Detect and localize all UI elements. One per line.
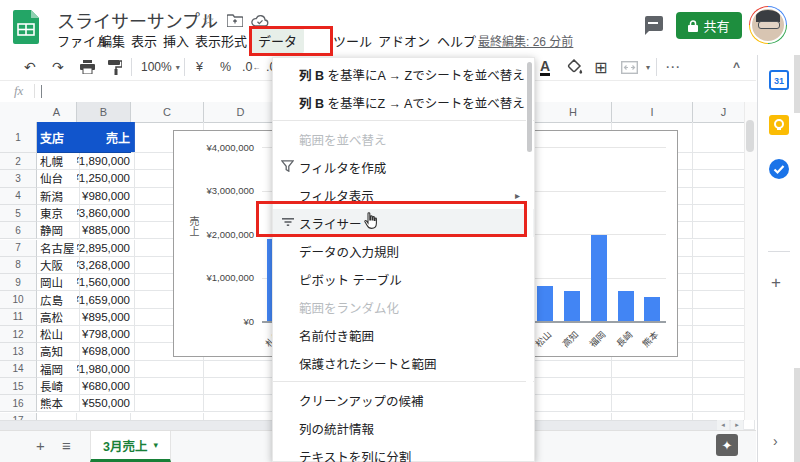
row-header-6[interactable]: 6 [0,222,37,239]
chart-bar-長崎[interactable] [618,291,634,321]
cell-A14[interactable]: 福岡 [37,361,80,378]
merge-options-caret-icon[interactable]: ▾ [646,55,650,79]
row-header-1[interactable]: 1 [0,122,37,153]
cell-B15[interactable]: ¥680,000 [77,378,135,395]
last-edited-link[interactable]: 最終編集: 26 分前 [478,32,573,49]
cell-B6[interactable]: ¥885,000 [77,222,135,239]
comment-history-icon[interactable] [643,16,663,35]
row-header-13[interactable]: 13 [0,343,37,360]
chart-bar-高知[interactable] [564,291,580,321]
menu-scrollbar-thumb[interactable] [527,62,532,152]
column-header-I[interactable]: I [612,102,693,123]
row-header-12[interactable]: 12 [0,326,37,343]
menubar-item-insert[interactable]: 挿入 [163,31,189,50]
print-icon[interactable] [80,55,95,79]
cell-A16[interactable]: 熊本 [37,395,80,412]
tasks-icon[interactable] [769,159,789,179]
menu-item-split-text[interactable]: テキストを列に分割 [273,442,534,462]
cell-I15[interactable] [612,378,693,395]
cell-B4[interactable]: ¥980,000 [77,188,135,205]
cell-A5[interactable]: 東京 [37,205,80,222]
cell-B9[interactable]: ¥1,560,000 [77,274,135,291]
row-header-4[interactable]: 4 [0,188,37,205]
format-currency-button[interactable]: ¥ [196,55,203,79]
menu-item-cleanup-suggestions[interactable]: クリーンアップの候補 [273,386,534,414]
row-header-11[interactable]: 11 [0,309,37,326]
menubar-item-help[interactable]: ヘルプ [437,31,476,50]
cell-B1[interactable]: 売上 [77,122,135,153]
cell-A15[interactable]: 長崎 [37,378,80,395]
cell-C16[interactable] [131,395,204,412]
row-header-10[interactable]: 10 [0,291,37,308]
cell-C14[interactable] [131,361,204,378]
document-title[interactable]: スライサーサンプル [57,7,218,33]
scroll-left-icon[interactable]: ◂ [717,420,729,430]
cell-A7[interactable]: 名古屋 [37,240,80,257]
chart-bar-福岡[interactable] [591,235,607,321]
cell-B3[interactable]: ¥1,250,000 [77,170,135,187]
column-header-B[interactable]: B [77,102,131,123]
column-header-C[interactable]: C [131,102,204,123]
menu-item-protected-sheets[interactable]: 保護されたシートと範囲 [273,349,534,377]
row-header-7[interactable]: 7 [0,240,37,257]
zoom-select[interactable]: 100%▾ [141,55,180,79]
cell-C15[interactable] [131,378,204,395]
explore-button[interactable]: ✦ [716,434,738,456]
cell-B8[interactable]: ¥3,268,000 [77,257,135,274]
column-header-A[interactable]: A [37,102,77,123]
chart-bar-熊本[interactable] [644,297,660,321]
get-addons-icon[interactable]: + [771,273,781,293]
add-sheet-icon[interactable]: + [36,437,45,454]
menu-item-sort-sheet-za[interactable]: 列 B を基準にZ → Aでシートを並べ替え [273,88,534,116]
redo-icon[interactable]: ↷ [52,55,64,79]
collapse-panel-icon[interactable]: › [773,433,778,449]
menubar-item-view[interactable]: 表示 [131,31,157,50]
more-toolbar-icon[interactable]: ⋯ [665,55,680,79]
row-header-16[interactable]: 16 [0,395,37,412]
cell-A4[interactable]: 新潟 [37,188,80,205]
column-header-D[interactable]: D [204,102,278,123]
cell-A6[interactable]: 静岡 [37,222,80,239]
row-header-2[interactable]: 2 [0,153,37,170]
cell-B11[interactable]: ¥895,000 [77,309,135,326]
select-all-corner[interactable] [0,102,39,123]
share-button[interactable]: 共有 [676,12,742,39]
menu-item-pivot-table[interactable]: ピボット テーブル [273,265,534,293]
fill-color-icon[interactable] [567,55,583,79]
row-header-9[interactable]: 9 [0,274,37,291]
cell-I16[interactable] [612,395,693,412]
sheets-logo-icon[interactable] [13,10,39,44]
undo-icon[interactable]: ↶ [24,55,36,79]
format-percent-button[interactable]: % [220,55,231,79]
cell-B13[interactable]: ¥698,000 [77,343,135,360]
cell-B7[interactable]: ¥2,895,000 [77,240,135,257]
cell-A11[interactable]: 高松 [37,309,80,326]
cell-A9[interactable]: 岡山 [37,274,80,291]
text-color-button[interactable]: A [540,55,550,79]
menubar-item-edit[interactable]: 編集 [99,31,125,50]
row-header-15[interactable]: 15 [0,378,37,395]
row-header-5[interactable]: 5 [0,205,37,222]
keep-icon[interactable] [769,115,789,135]
calendar-icon[interactable]: 31 [769,70,789,90]
cell-B2[interactable]: ¥1,890,000 [77,153,135,170]
account-avatar[interactable] [749,6,787,44]
cell-B10[interactable]: ¥1,659,000 [77,291,135,308]
move-to-folder-icon[interactable] [227,14,243,27]
column-header-H[interactable]: H [535,102,612,123]
row-header-3[interactable]: 3 [0,170,37,187]
row-header-14[interactable]: 14 [0,361,37,378]
hide-toolbar-icon[interactable]: ^ [733,55,740,79]
menu-item-data-validation[interactable]: データの入力規則 [273,237,534,265]
cell-A2[interactable]: 札幌 [37,153,80,170]
menubar-item-tools[interactable]: ツール [333,31,372,50]
vertical-scrollbar-thumb[interactable] [746,120,754,152]
cell-A12[interactable]: 松山 [37,326,80,343]
menu-item-sort-sheet-az[interactable]: 列 B を基準にA → Zでシートを並べ替え [273,60,534,88]
cell-B5[interactable]: ¥3,860,000 [77,205,135,222]
cell-D16[interactable] [204,395,278,412]
cell-B14[interactable]: ¥1,980,000 [77,361,135,378]
menu-item-column-stats[interactable]: 列の統計情報 [273,414,534,442]
cell-H16[interactable] [535,395,612,412]
row-header-8[interactable]: 8 [0,257,37,274]
